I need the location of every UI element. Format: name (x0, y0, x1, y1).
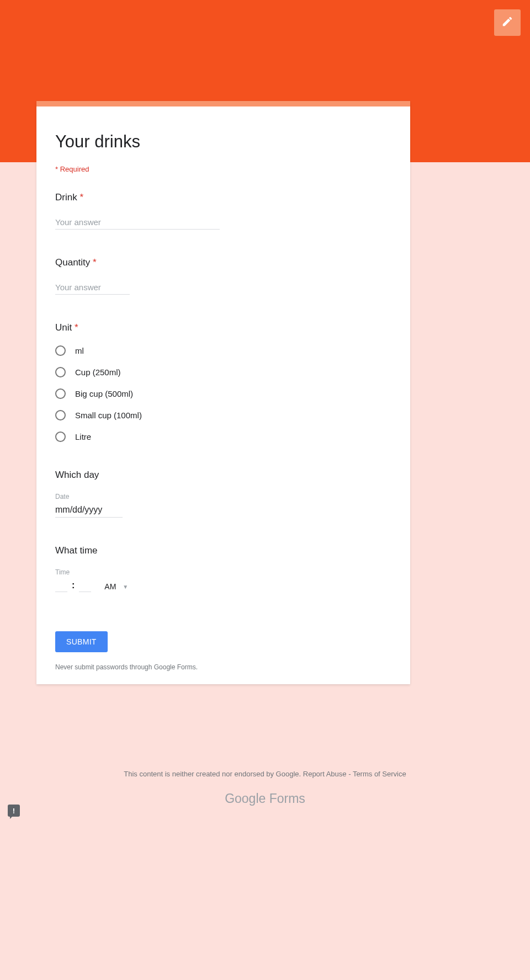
quantity-input[interactable] (55, 280, 130, 295)
radio-label: Cup (250ml) (75, 368, 121, 377)
minute-input[interactable] (79, 581, 91, 592)
radio-option[interactable]: Cup (250ml) (55, 367, 391, 377)
feedback-button[interactable]: ! (8, 805, 20, 817)
question-drink: Drink * (55, 192, 391, 230)
tos-link[interactable]: Terms of Service (353, 770, 406, 778)
radio-icon (55, 345, 66, 356)
required-asterisk: * (80, 192, 83, 203)
unit-radio-group: ml Cup (250ml) Big cup (500ml) Small cup… (55, 345, 391, 442)
radio-option[interactable]: Litre (55, 432, 391, 442)
question-time: What time Time : AM ▼ (55, 545, 391, 593)
date-input[interactable]: mm/dd/yyyy (55, 505, 123, 518)
radio-option[interactable]: ml (55, 345, 391, 356)
footer-disclaimer: This content is neither created nor endo… (124, 770, 303, 778)
time-input-row: : AM ▼ (55, 580, 391, 593)
radio-icon (55, 388, 66, 399)
required-asterisk: * (75, 322, 78, 333)
required-legend: * Required (55, 165, 391, 173)
label-text: Unit (55, 322, 72, 333)
radio-icon (55, 410, 66, 420)
radio-label: Litre (75, 432, 91, 441)
radio-option[interactable]: Small cup (100ml) (55, 410, 391, 420)
label-text: Quantity (55, 257, 90, 268)
form-card: Your drinks * Required Drink * Quantity … (36, 101, 410, 684)
time-colon: : (71, 580, 76, 593)
radio-icon (55, 367, 66, 377)
radio-icon (55, 432, 66, 442)
question-label: Quantity * (55, 257, 391, 268)
question-quantity: Quantity * (55, 257, 391, 295)
question-label: Unit * (55, 322, 391, 333)
question-unit: Unit * ml Cup (250ml) Big cup (500ml) (55, 322, 391, 442)
question-label: Which day (55, 470, 391, 481)
label-text: Drink (55, 192, 77, 203)
time-sublabel: Time (55, 568, 391, 576)
required-asterisk: * (93, 257, 97, 268)
feedback-icon: ! (13, 807, 15, 815)
password-warning: Never submit passwords through Google Fo… (55, 663, 391, 671)
brand-forms: Forms (266, 791, 305, 806)
brand-google: Google (225, 791, 266, 806)
hour-input[interactable] (55, 581, 67, 592)
google-forms-brand[interactable]: Google Forms (0, 791, 530, 806)
edit-button[interactable] (494, 9, 521, 36)
date-sublabel: Date (55, 493, 391, 500)
question-day: Which day Date mm/dd/yyyy (55, 470, 391, 518)
report-abuse-link[interactable]: Report Abuse (303, 770, 347, 778)
drink-input[interactable] (55, 215, 220, 230)
radio-label: Small cup (100ml) (75, 411, 142, 420)
dropdown-icon: ▼ (123, 584, 128, 590)
question-label: Drink * (55, 192, 391, 203)
radio-label: ml (75, 346, 84, 355)
submit-button[interactable]: SUBMIT (55, 631, 108, 652)
footer-sep: - (347, 770, 353, 778)
pencil-icon (501, 15, 513, 30)
radio-option[interactable]: Big cup (500ml) (55, 388, 391, 399)
form-title: Your drinks (55, 132, 391, 152)
question-label: What time (55, 545, 391, 556)
ampm-select[interactable]: AM (104, 582, 116, 591)
footer: This content is neither created nor endo… (0, 770, 530, 806)
radio-label: Big cup (500ml) (75, 389, 133, 398)
